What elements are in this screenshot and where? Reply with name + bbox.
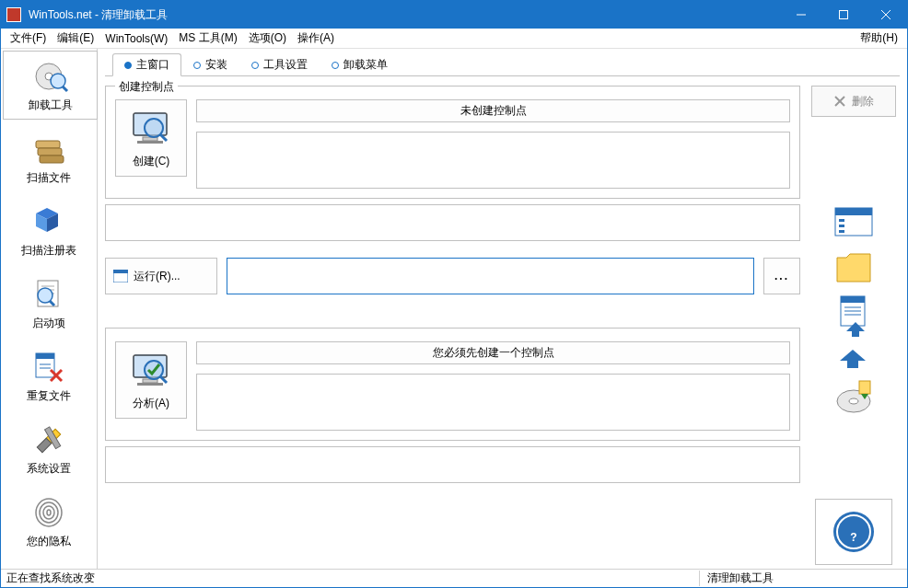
sidebar-item-startup[interactable]: 启动项 [3, 269, 95, 338]
svg-text:?: ? [850, 531, 856, 544]
svg-rect-44 [137, 383, 163, 386]
status-bar: 正在查找系统改变 清理卸载工具 [1, 569, 907, 587]
folder-icon [833, 248, 874, 285]
sidebar-item-label: 扫描注册表 [21, 243, 76, 259]
tab-main-window[interactable]: 主窗口 [112, 53, 181, 76]
run-path-input[interactable] [227, 258, 754, 294]
sidebar-item-label: 系统设置 [27, 461, 71, 477]
minimize-button[interactable] [780, 1, 822, 29]
status-left: 正在查找系统改变 [6, 571, 699, 586]
svg-point-62 [849, 398, 858, 404]
arrow-up-icon [838, 348, 869, 370]
menu-operations[interactable]: 操作(A) [292, 29, 340, 48]
svg-rect-36 [137, 141, 163, 144]
delete-button[interactable]: 删除 [811, 86, 896, 117]
delete-label: 删除 [852, 94, 874, 110]
menu-options[interactable]: 选项(O) [243, 29, 292, 48]
analyze-button-label: 分析(A) [133, 396, 169, 411]
window-list-icon [833, 206, 874, 239]
wrench-icon [30, 422, 67, 457]
status-right: 清理卸载工具 [699, 571, 902, 586]
browse-button[interactable]: ... [763, 258, 800, 294]
sidebar-item-scanregistry[interactable]: 扫描注册表 [3, 196, 95, 265]
maximize-button[interactable] [822, 1, 865, 29]
process-diagram [833, 122, 874, 499]
run-button[interactable]: 运行(R)... [105, 258, 217, 294]
analyze-button[interactable]: 分析(A) [115, 341, 187, 419]
browse-label: ... [774, 270, 789, 282]
sidebar-item-label: 启动项 [32, 316, 65, 331]
create-controlpoint-group: 创建控制点 创建(C) 未创建控制点 [105, 86, 800, 199]
tab-label: 卸载菜单 [343, 57, 388, 73]
sidebar-item-label: 重复文件 [27, 388, 71, 404]
sidebar-item-label: 扫描文件 [27, 170, 71, 186]
fingerprint-icon [30, 495, 67, 530]
tab-indicator-icon [251, 62, 259, 69]
title-bar: WinTools.net - 清理卸载工具 [1, 1, 907, 29]
create-button-label: 创建(C) [133, 154, 170, 169]
help-button[interactable]: ? [815, 499, 892, 565]
doc-magnify-icon [30, 277, 67, 312]
close-button[interactable] [865, 1, 907, 29]
group-label: 创建控制点 [115, 79, 178, 95]
svg-rect-40 [113, 270, 128, 273]
svg-line-7 [63, 86, 67, 91]
app-icon [6, 7, 21, 22]
cubes-icon [30, 204, 67, 239]
svg-marker-60 [840, 350, 866, 368]
disc-magnify-icon [32, 59, 69, 94]
window-title: WinTools.net - 清理卸载工具 [27, 7, 780, 23]
x-icon [833, 95, 846, 108]
tab-uninstall-menu[interactable]: 卸载菜单 [320, 53, 400, 75]
create-status-body [196, 132, 790, 189]
tab-tool-settings[interactable]: 工具设置 [239, 53, 320, 75]
sidebar-item-scanfiles[interactable]: 扫描文件 [3, 123, 95, 192]
svg-rect-10 [40, 156, 64, 163]
tab-label: 工具设置 [263, 57, 308, 73]
svg-rect-9 [38, 148, 62, 156]
tabs: 主窗口 安装 工具设置 卸载菜单 [105, 54, 900, 76]
sidebar: 卸载工具 扫描文件 扫描注册表 启动项 重复文件 [1, 49, 98, 569]
create-button[interactable]: 创建(C) [115, 99, 187, 177]
window-icon [113, 270, 128, 282]
sidebar-item-privacy[interactable]: 您的隐私 [3, 487, 95, 556]
sidebar-item-label: 卸载工具 [29, 98, 73, 113]
maximize-icon [839, 10, 848, 19]
tab-indicator-icon [124, 62, 132, 69]
menu-file[interactable]: 文件(F) [5, 29, 52, 48]
svg-rect-1 [840, 11, 848, 19]
analyze-group: 分析(A) 您必须先创建一个控制点 [105, 328, 800, 441]
menu-edit[interactable]: 编辑(E) [52, 29, 99, 48]
tab-indicator-icon [193, 62, 201, 69]
tab-install[interactable]: 安装 [181, 53, 239, 75]
disc-install-icon [833, 379, 874, 416]
svg-rect-52 [839, 225, 844, 227]
svg-rect-51 [839, 219, 844, 222]
analyze-status-header: 您必须先创建一个控制点 [196, 341, 790, 364]
run-button-label: 运行(R)... [134, 269, 180, 284]
menu-bar: 文件(F) 编辑(E) WinTools(W) MS 工具(M) 选项(O) 操… [1, 29, 907, 49]
info-panel-1 [105, 204, 800, 241]
sidebar-item-duplicates[interactable]: 重复文件 [3, 341, 95, 410]
menu-wintools[interactable]: WinTools(W) [99, 30, 173, 47]
doc-x-icon [30, 350, 67, 385]
svg-rect-21 [36, 353, 54, 359]
menu-mstools[interactable]: MS 工具(M) [173, 29, 242, 48]
close-icon [881, 10, 891, 19]
svg-rect-53 [839, 230, 844, 233]
tab-label: 主窗口 [136, 57, 169, 73]
doc-arrow-icon [833, 294, 874, 339]
svg-point-31 [43, 506, 54, 519]
minimize-icon [797, 10, 806, 19]
tab-indicator-icon [332, 62, 339, 69]
monitor-magnify-icon [128, 108, 174, 150]
tab-label: 安装 [205, 57, 227, 73]
sidebar-item-uninstall[interactable]: 卸载工具 [3, 51, 98, 120]
svg-rect-8 [36, 141, 60, 148]
create-status-header: 未创建控制点 [196, 99, 790, 122]
info-panel-2 [105, 446, 800, 483]
menu-help[interactable]: 帮助(H) [855, 29, 903, 48]
svg-rect-55 [841, 296, 865, 303]
monitor-check-icon [128, 350, 174, 392]
sidebar-item-settings[interactable]: 系统设置 [3, 414, 95, 483]
